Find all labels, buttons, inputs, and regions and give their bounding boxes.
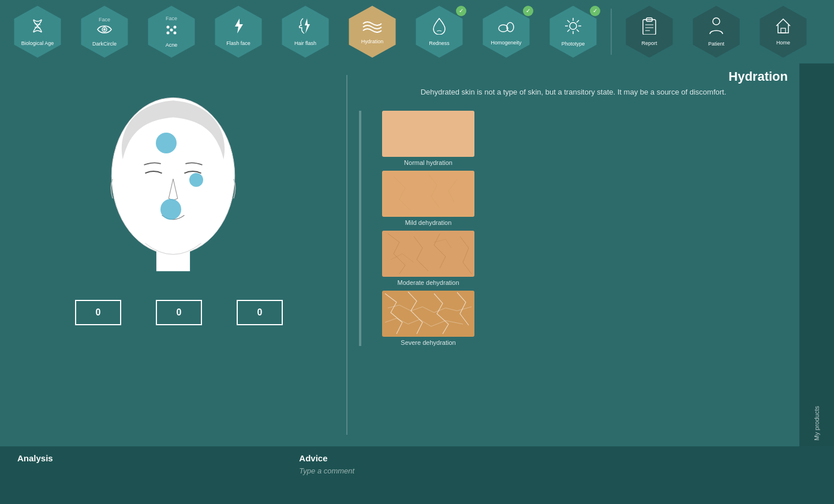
nav-label-hydration: Hydration <box>361 39 384 44</box>
person-icon <box>709 17 724 39</box>
svg-line-19 <box>567 29 570 32</box>
waves-icon <box>362 19 383 36</box>
nav-item-darkcircle[interactable]: Face DarkCircle <box>73 5 136 59</box>
nav-item-hydration[interactable]: Hydration <box>341 5 404 59</box>
nav-item-redness[interactable]: ✓ Redness <box>407 5 471 59</box>
hydration-level-moderate: Moderate dehydration <box>382 231 474 286</box>
advice-column: Advice Type a comment <box>276 453 817 475</box>
nav-label-homogeneity: Homogeneity <box>491 40 521 46</box>
nav-label-phototype: Phototype <box>562 41 585 47</box>
page-title: Hydration <box>359 69 788 84</box>
svg-point-7 <box>174 32 177 35</box>
svg-rect-26 <box>781 28 786 33</box>
top-navigation: Biological Age Face DarkCircle Face <box>0 0 834 63</box>
nav-item-patient[interactable]: Patient <box>685 5 748 59</box>
check-badge-phototype: ✓ <box>590 6 600 16</box>
check-badge-redness: ✓ <box>456 6 466 16</box>
score-box-2[interactable]: 0 <box>156 300 202 325</box>
hydration-level-mild: Mild dehydration <box>382 171 474 226</box>
sun-icon <box>564 17 582 39</box>
nav-label-darkcircle: DarkCircle <box>92 41 117 47</box>
my-products-label: My products <box>813 406 820 441</box>
hydration-dot-forehead[interactable] <box>156 133 177 153</box>
comment-placeholder[interactable]: Type a comment <box>299 467 817 475</box>
hair-bolt-icon <box>297 17 313 38</box>
side-panel: My products <box>799 63 834 446</box>
hydration-level-severe: Severe dehydration <box>382 291 474 346</box>
swatch-mild <box>382 171 474 217</box>
droplet-icon <box>432 17 446 38</box>
check-badge-homogeneity: ✓ <box>523 6 533 16</box>
svg-point-11 <box>570 22 577 29</box>
crack-mild <box>382 171 474 217</box>
svg-rect-20 <box>643 20 656 35</box>
nav-item-phototype[interactable]: ✓ Phototype <box>541 5 605 59</box>
score-box-3[interactable]: 0 <box>237 300 283 325</box>
label-normal-hydration: Normal hydration <box>404 159 452 166</box>
nav-item-report[interactable]: Report <box>618 5 681 59</box>
svg-line-17 <box>577 29 579 32</box>
dots-icon <box>163 22 179 40</box>
nav-separator <box>611 9 612 55</box>
hydration-dot-cheek-right[interactable] <box>189 173 203 187</box>
nav-item-homogeneity[interactable]: ✓ Homogeneity <box>474 5 538 59</box>
dna-icon <box>29 17 46 38</box>
svg-point-25 <box>713 18 720 25</box>
crack-severe <box>382 291 474 337</box>
face-label-2: Face <box>166 16 177 21</box>
svg-point-4 <box>167 26 170 29</box>
nav-label-biological-age: Biological Age <box>21 40 54 46</box>
swatch-moderate <box>382 231 474 277</box>
bottom-section: Analysis Advice Type a comment <box>0 446 834 504</box>
nav-item-hair-flash[interactable]: Hair flash <box>274 5 337 59</box>
nav-label-patient: Patient <box>708 41 724 47</box>
clipboard-icon <box>642 17 657 38</box>
page-subtitle: Dehydrated skin is not a type of skin, b… <box>359 88 788 96</box>
score-boxes: 0 0 0 <box>75 300 283 325</box>
pebbles-icon <box>498 18 515 37</box>
nav-label-report: Report <box>641 40 657 46</box>
swatch-normal <box>382 111 474 157</box>
svg-line-18 <box>577 20 579 22</box>
face-illustration <box>92 86 254 277</box>
eye-icon <box>96 24 113 39</box>
left-panel: 0 0 0 <box>0 63 346 446</box>
right-panel: Hydration Dehydrated skin is not a type … <box>347 63 799 446</box>
nav-item-home[interactable]: Home <box>751 5 815 59</box>
nav-label-hair-flash: Hair flash <box>294 40 316 46</box>
label-mild-dehydration: Mild dehydration <box>405 219 452 226</box>
face-diagram <box>92 86 254 277</box>
svg-line-16 <box>567 20 570 22</box>
hydration-level-normal: Normal hydration <box>382 111 474 166</box>
nav-label-redness: Redness <box>429 40 450 46</box>
svg-point-6 <box>167 32 170 35</box>
nav-label-flash-face: Flash face <box>226 40 250 46</box>
svg-point-27 <box>111 97 235 254</box>
crack-moderate <box>382 231 474 277</box>
swatch-severe <box>382 291 474 337</box>
svg-point-3 <box>103 28 106 31</box>
nav-label-home: Home <box>776 40 790 46</box>
face-label-1: Face <box>99 17 110 22</box>
hydration-levels: Normal hydration Mild dehydration <box>382 111 474 346</box>
bolt-icon <box>233 17 244 38</box>
label-moderate-dehydration: Moderate dehydration <box>397 279 459 286</box>
nav-item-acne[interactable]: Face Acne <box>140 5 203 59</box>
house-icon <box>775 18 791 37</box>
main-content: 0 0 0 Hydration Dehydrated skin is not a… <box>0 63 834 446</box>
advice-title: Advice <box>299 453 817 463</box>
score-box-1[interactable]: 0 <box>75 300 121 325</box>
nav-item-biological-age[interactable]: Biological Age <box>6 5 69 59</box>
svg-point-5 <box>174 26 177 29</box>
hydration-dot-cheek-left[interactable] <box>160 199 181 220</box>
nav-item-flash-face[interactable]: Flash face <box>207 5 270 59</box>
label-severe-dehydration: Severe dehydration <box>401 339 455 346</box>
analysis-column: Analysis <box>17 453 276 467</box>
svg-point-8 <box>170 29 173 32</box>
nav-label-acne: Acne <box>166 42 178 48</box>
analysis-title: Analysis <box>17 453 276 463</box>
